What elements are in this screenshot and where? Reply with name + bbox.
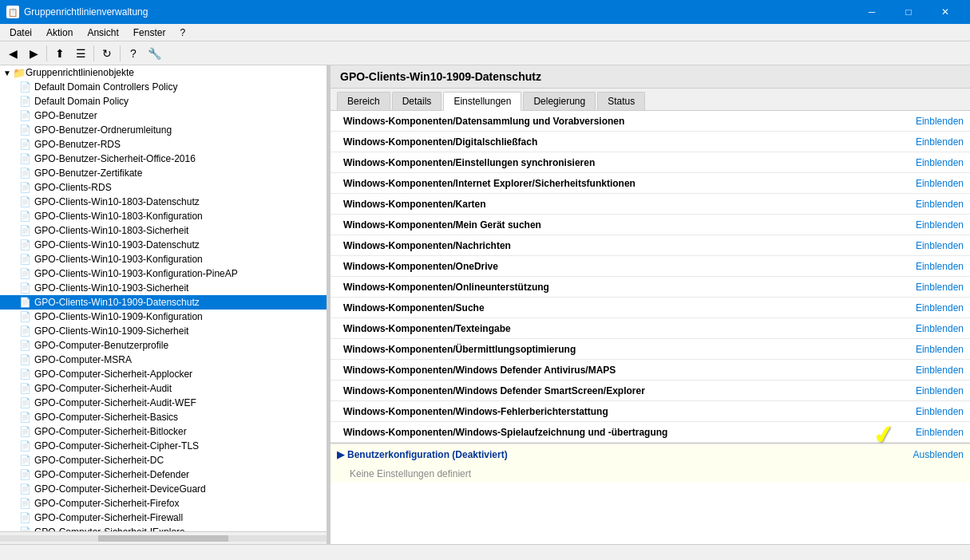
tree-item[interactable]: 📄GPO-Computer-Sicherheit-DeviceGuard [0,482,327,496]
maximize-button[interactable]: □ [890,0,927,24]
tab-status[interactable]: Status [597,92,645,110]
settings-row-action[interactable]: Einblenden [909,216,970,234]
tree-item[interactable]: 📄GPO-Clients-Win10-1903-Sicherheit [0,281,327,295]
tab-details[interactable]: Details [392,92,442,110]
tree-item[interactable]: 📄GPO-Computer-Sicherheit-Cipher-TLS [0,439,327,453]
tab-einstellungen[interactable]: Einstellungen [443,92,521,111]
right-panel: GPO-Clients-Win10-1909-Datenschutz Berei… [331,65,970,544]
tree-item[interactable]: 📄GPO-Clients-Win10-1803-Sicherheit [0,223,327,238]
status-bar [0,544,970,560]
tree-item[interactable]: 📄GPO-Benutzer [0,108,327,123]
properties-button[interactable]: 🔧 [145,44,164,63]
tree-item[interactable]: 📄GPO-Clients-Win10-1909-Sicherheit [0,324,327,338]
tree-item[interactable]: 📄GPO-Computer-Sicherheit-Defender [0,467,327,482]
tree-item[interactable]: 📄GPO-Computer-Sicherheit-Bitlocker [0,424,327,439]
refresh-button[interactable]: ↻ [97,44,117,63]
tree-item[interactable]: 📄GPO-Clients-Win10-1803-Datenschutz [0,195,327,209]
gpo-icon: 📄 [19,369,31,380]
settings-row: Windows-Komponenten/Internet Explorer/Si… [331,173,970,194]
up-button[interactable]: ⬆ [50,44,69,63]
forward-button[interactable]: ▶ [24,44,43,63]
tree-item[interactable]: 📄GPO-Computer-Sicherheit-Firefox [0,496,327,511]
tree-item[interactable]: 📄GPO-Computer-MSRA [0,353,327,367]
tree-item[interactable]: 📄GPO-Computer-Sicherheit-Audit [0,381,327,396]
tree-item-label: GPO-Clients-Win10-1909-Datenschutz [34,297,200,308]
settings-row: Windows-Komponenten/TexteingabeEinblende… [331,318,970,339]
tree-item[interactable]: 📄GPO-Computer-Sicherheit-Firewall [0,511,327,525]
tree-item[interactable]: 📄GPO-Benutzer-Zertifikate [0,166,327,180]
gpo-icon: 📄 [19,498,31,509]
user-config-label: Benutzerkonfiguration (Deaktiviert) [347,449,508,460]
settings-row-action[interactable]: Einblenden [909,237,970,254]
settings-row-action[interactable]: Einblenden [909,361,970,379]
settings-row-action[interactable]: Einblenden [909,175,970,192]
menu-help[interactable]: ? [173,26,192,40]
tree-item[interactable]: 📄GPO-Computer-Sicherheit-Applocker [0,367,327,381]
tree-item-label: GPO-Computer-Sicherheit-DeviceGuard [34,483,206,495]
settings-row-action[interactable]: Einblenden [909,341,970,358]
settings-row-action[interactable]: Einblenden [909,112,970,130]
settings-row-action[interactable]: Einblenden [909,403,970,420]
tree-item[interactable]: 📄GPO-Computer-Sicherheit-Basics [0,410,327,424]
settings-row-action[interactable]: Einblenden [909,154,970,172]
settings-row-action[interactable]: Einblenden [909,133,970,151]
tree-scrollbar-bottom[interactable] [0,531,327,544]
tree-item[interactable]: 📄GPO-Clients-Win10-1909-Datenschutz [0,295,327,310]
tree-item[interactable]: 📄GPO-Computer-Sicherheit-DC [0,453,327,467]
close-button[interactable]: ✕ [927,0,964,24]
tree-item-label: Default Domain Controllers Policy [34,81,177,93]
tree-item-label: GPO-Clients-Win10-1803-Sicherheit [34,225,188,236]
tree-item[interactable]: 📄Default Domain Controllers Policy [0,80,327,94]
tree-item[interactable]: 📄GPO-Computer-Sicherheit-IExplore [0,525,327,531]
settings-row-action[interactable]: Einblenden [909,320,970,337]
tree-item[interactable]: 📄GPO-Clients-Win10-1903-Konfiguration-Pi… [0,266,327,281]
tree-item[interactable]: 📄GPO-Computer-Benutzerprofile [0,338,327,353]
user-config-hide-btn[interactable]: Ausblenden [907,446,970,463]
tree-container[interactable]: ▼ 📁 Gruppenrichtlinienobjekte 📄Default D… [0,65,327,531]
tree-item[interactable]: 📄GPO-Clients-Win10-1803-Konfiguration [0,209,327,223]
tab-bereich[interactable]: Bereich [337,92,390,110]
tree-item[interactable]: 📄GPO-Clients-Win10-1903-Datenschutz [0,238,327,252]
settings-row: Windows-Komponenten/DigitalschließfachEi… [331,132,970,152]
settings-row-name: Windows-Komponenten/Windows Defender Ant… [331,361,909,379]
gpo-icon: 📄 [19,325,31,337]
tree-item-label: GPO-Clients-Win10-1803-Datenschutz [34,196,200,207]
tree-item-label: GPO-Benutzer-Sicherheit-Office-2016 [34,153,196,164]
tree-item[interactable]: 📄GPO-Clients-RDS [0,180,327,195]
settings-row-action[interactable]: Einblenden [909,195,970,213]
tree-root[interactable]: ▼ 📁 Gruppenrichtlinienobjekte [0,65,327,80]
user-config-section: ▶ Benutzerkonfiguration (Deaktiviert) Au… [331,443,970,483]
tree-item[interactable]: 📄GPO-Benutzer-Ordnerumleitung [0,123,327,137]
tab-delegierung[interactable]: Delegierung [523,92,596,110]
tree-item[interactable]: 📄GPO-Computer-Sicherheit-Audit-WEF [0,396,327,410]
settings-row-action[interactable]: Einblenden [909,299,970,317]
tree-item[interactable]: 📄GPO-Clients-Win10-1903-Konfiguration [0,252,327,266]
settings-row: Windows-Komponenten/Windows-Spielaufzeic… [331,422,970,443]
settings-row-action[interactable]: Einblenden [909,424,970,441]
settings-row-action[interactable]: Einblenden [909,258,970,275]
settings-row-action[interactable]: Einblenden [909,382,970,400]
back-button[interactable]: ◀ [3,44,22,63]
menu-datei[interactable]: Datei [3,26,38,40]
gpo-icon: 📄 [19,110,31,121]
tree-item-label: GPO-Computer-Sicherheit-Audit [34,383,172,394]
help-button[interactable]: ? [124,44,143,63]
settings-row: Windows-Komponenten/Windows Defender Sma… [331,381,970,401]
gpo-icon: 📄 [19,168,31,179]
settings-table[interactable]: Windows-Komponenten/Datensammlung und Vo… [331,111,970,544]
tree-item[interactable]: 📄GPO-Benutzer-RDS [0,137,327,152]
menu-ansicht[interactable]: Ansicht [81,26,125,40]
menu-fenster[interactable]: Fenster [127,26,172,40]
tree-item-label: Default Domain Policy [34,96,129,107]
show-hide-button[interactable]: ☰ [71,44,90,63]
user-config-header[interactable]: ▶ Benutzerkonfiguration (Deaktiviert) [331,444,514,465]
tree-item[interactable]: 📄GPO-Clients-Win10-1909-Konfiguration [0,310,327,324]
tree-item[interactable]: 📄GPO-Benutzer-Sicherheit-Office-2016 [0,152,327,166]
settings-row-action[interactable]: Einblenden [909,278,970,296]
tree-item[interactable]: 📄Default Domain Policy [0,94,327,108]
minimize-button[interactable]: ─ [853,0,890,24]
tree-item-label: GPO-Computer-Sicherheit-Bitlocker [34,426,187,437]
gpo-icon: 📄 [19,81,31,93]
settings-row-name: Windows-Komponenten/Digitalschließfach [331,133,909,151]
menu-aktion[interactable]: Aktion [40,26,79,40]
